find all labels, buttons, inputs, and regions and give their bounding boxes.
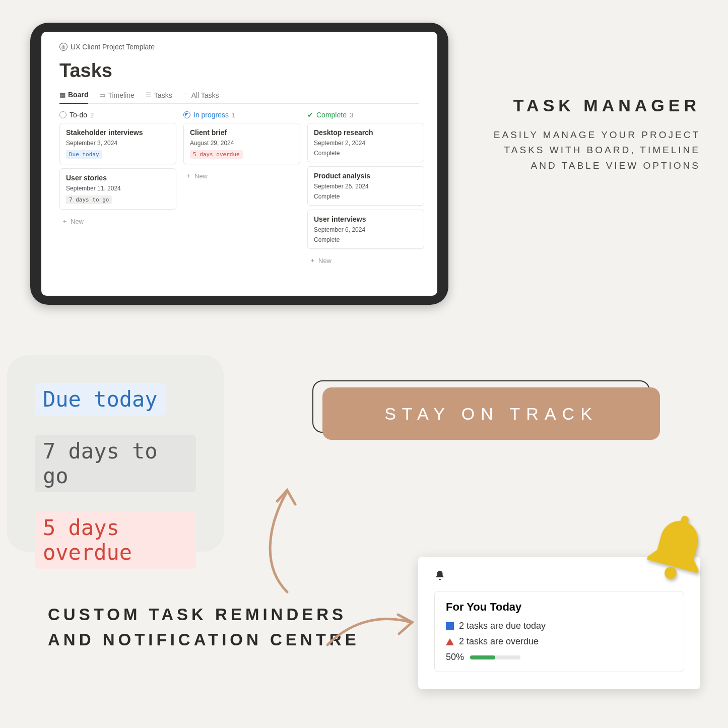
task-card[interactable]: Client brief August 29, 2024 5 days over…	[183, 123, 300, 164]
notif-row-due: 2 tasks are due today	[446, 621, 673, 631]
tab-board[interactable]: ▦ Board	[59, 91, 88, 104]
progress-bar-fill	[470, 655, 495, 659]
notif-overdue-text: 2 tasks are overdue	[459, 636, 539, 647]
task-card[interactable]: Product analysis September 25, 2024 Comp…	[307, 166, 424, 206]
card-date: September 3, 2024	[66, 140, 170, 147]
promo-subtitle: EASILY MANAGE YOUR PROJECT TASKS WITH BO…	[489, 127, 700, 173]
tab-board-label: Board	[68, 91, 88, 99]
pills-showcase: Due today 7 days to go 5 days overdue	[7, 355, 224, 552]
card-date: September 2, 2024	[314, 140, 418, 147]
tab-tasks[interactable]: ☰ Tasks	[146, 91, 172, 103]
column-progress-label: In progress	[193, 111, 229, 119]
card-title: Product analysis	[314, 172, 418, 180]
status-progress-icon	[183, 111, 190, 118]
tab-timeline-label: Timeline	[108, 91, 134, 99]
card-title: Client brief	[190, 128, 294, 137]
card-title: Stakeholder interviews	[66, 128, 170, 137]
card-status: Complete	[314, 150, 418, 157]
svg-point-0	[663, 565, 678, 580]
new-label: New	[194, 172, 208, 180]
list-icon: ≣	[183, 91, 189, 99]
cta-label: STAY ON TRACK	[384, 404, 598, 424]
status-todo-icon	[59, 111, 67, 118]
card-status: Complete	[314, 236, 418, 243]
notif-due-text: 2 tasks are due today	[459, 621, 546, 631]
new-card-button[interactable]: ＋ New	[59, 214, 176, 229]
column-todo-label: To-do	[70, 111, 87, 119]
timeline-icon: ▭	[99, 91, 105, 99]
plus-icon: ＋	[61, 217, 68, 226]
days-to-go-pill: 7 days to go	[35, 435, 196, 492]
column-complete: ✔ Complete 3 Desktop research September …	[307, 111, 424, 268]
column-progress-count: 1	[232, 111, 235, 119]
progress-label: 50%	[446, 652, 464, 663]
tab-timeline[interactable]: ▭ Timeline	[99, 91, 134, 103]
progress-bar	[470, 655, 520, 659]
card-title: User stories	[66, 174, 170, 182]
task-card[interactable]: Desktop research September 2, 2024 Compl…	[307, 123, 424, 162]
breadcrumb-text: UX Client Project Template	[71, 43, 155, 51]
column-complete-header[interactable]: ✔ Complete 3	[307, 111, 424, 119]
overdue-pill: 5 days overdue	[190, 150, 243, 159]
new-label: New	[318, 257, 332, 264]
column-in-progress: In progress 1 Client brief August 29, 20…	[183, 111, 300, 268]
view-tabs: ▦ Board ▭ Timeline ☰ Tasks ≣ All Tasks	[59, 91, 419, 104]
app-screen: ◎ UX Client Project Template Tasks ▦ Boa…	[41, 32, 437, 296]
new-card-button[interactable]: ＋ New	[183, 168, 300, 183]
card-date: September 6, 2024	[314, 226, 418, 233]
tab-tasks-label: Tasks	[154, 91, 172, 99]
card-date: August 29, 2024	[190, 140, 294, 147]
tab-all-tasks[interactable]: ≣ All Tasks	[183, 91, 219, 103]
column-complete-label: Complete	[316, 111, 347, 119]
tab-all-tasks-label: All Tasks	[191, 91, 219, 99]
card-status: Complete	[314, 193, 418, 200]
card-title: User interviews	[314, 215, 418, 223]
card-date: September 11, 2024	[66, 185, 170, 192]
column-todo-count: 2	[90, 111, 94, 119]
due-pill: Due today	[66, 150, 102, 159]
task-card[interactable]: User stories September 11, 2024 7 days t…	[59, 168, 176, 210]
target-icon: ◎	[59, 43, 68, 51]
stay-on-track-button[interactable]: STAY ON TRACK	[322, 387, 660, 440]
breadcrumb[interactable]: ◎ UX Client Project Template	[59, 43, 419, 51]
column-todo: To-do 2 Stakeholder interviews September…	[59, 111, 176, 268]
new-label: New	[71, 218, 84, 225]
page-title: Tasks	[59, 60, 419, 82]
for-you-today-card[interactable]: For You Today 2 tasks are due today 2 ta…	[434, 591, 684, 672]
tasks-icon: ☰	[146, 91, 152, 99]
cta-wrap: STAY ON TRACK	[312, 380, 660, 441]
notif-row-overdue: 2 tasks are overdue	[446, 636, 673, 647]
promo-block: TASK MANAGER EASILY MANAGE YOUR PROJECT …	[489, 96, 700, 173]
column-complete-count: 3	[350, 111, 353, 119]
due-today-pill: Due today	[35, 383, 166, 416]
feature-caption: CUSTOM TASK REMINDERS AND NOTIFICATION C…	[48, 602, 370, 652]
triangle-red-icon	[446, 638, 454, 645]
square-blue-icon	[446, 622, 454, 630]
kanban-board: To-do 2 Stakeholder interviews September…	[59, 111, 419, 268]
progress-row: 50%	[446, 652, 673, 663]
arrow-up-icon	[242, 481, 312, 597]
plus-icon: ＋	[185, 171, 192, 180]
plus-icon: ＋	[309, 256, 316, 265]
tablet-frame: ◎ UX Client Project Template Tasks ▦ Boa…	[30, 23, 448, 305]
card-title: Desktop research	[314, 128, 418, 137]
task-card[interactable]: User interviews September 6, 2024 Comple…	[307, 210, 424, 249]
column-progress-header[interactable]: In progress 1	[183, 111, 300, 119]
column-todo-header[interactable]: To-do 2	[59, 111, 176, 119]
overdue-pill: 5 days overdue	[35, 511, 196, 569]
notif-title: For You Today	[446, 601, 673, 614]
task-card[interactable]: Stakeholder interviews September 3, 2024…	[59, 123, 176, 164]
arrow-right-icon	[322, 600, 418, 655]
new-card-button[interactable]: ＋ New	[307, 253, 424, 268]
promo-title: TASK MANAGER	[489, 96, 700, 115]
card-date: September 25, 2024	[314, 183, 418, 190]
status-complete-icon: ✔	[307, 111, 313, 118]
days-pill: 7 days to go	[66, 195, 112, 204]
board-icon: ▦	[59, 91, 65, 99]
